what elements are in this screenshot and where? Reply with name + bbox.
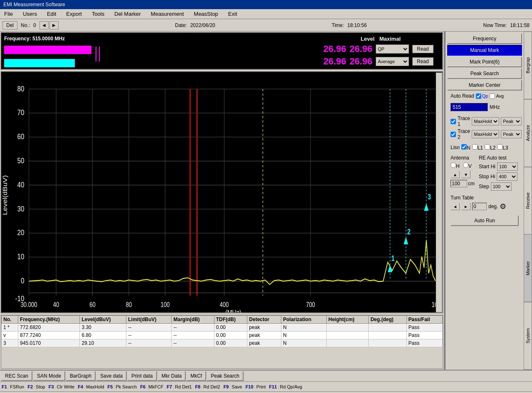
svg-text:60: 60 xyxy=(17,132,25,141)
spectrum-chart[interactable]: 80 70 60 50 40 30 20 10 0 -10 Level(dBuV… xyxy=(1,71,443,313)
trace1-type-select[interactable]: Peak Average xyxy=(501,117,522,125)
tab-marker[interactable]: Marker xyxy=(524,234,532,302)
data-table: No. Frequency.(MHz) Level(dBuV) Limit(dB… xyxy=(1,315,443,347)
antenna-h-radio[interactable] xyxy=(451,162,456,168)
lisn-n-check[interactable] xyxy=(461,144,467,150)
fkey-f4[interactable]: F4:MaxHold xyxy=(78,384,104,389)
lisn-section: Lisn N L1 L2 L3 xyxy=(447,142,522,152)
tab-bargrap[interactable]: Bargrap xyxy=(524,32,532,99)
mkr-data-button[interactable]: Mkr Data xyxy=(158,371,186,381)
trace2-mode-select[interactable]: MaxHold Normal xyxy=(472,130,499,138)
peak-search-btn[interactable]: Peak Search xyxy=(207,371,244,381)
col-height: Height(cm) xyxy=(327,316,369,324)
lisn-l1-check[interactable] xyxy=(472,144,478,150)
save-data-button[interactable]: Save data xyxy=(96,371,127,381)
trace2-type-select[interactable]: Peak Average xyxy=(501,130,522,138)
menu-tools[interactable]: Tools xyxy=(89,10,107,18)
peak-search-button[interactable]: Peak Search xyxy=(447,68,522,79)
marker-center-button[interactable]: Marker Center xyxy=(447,80,522,91)
svg-text:10: 10 xyxy=(17,252,25,261)
antenna-up-btn[interactable]: ▲ xyxy=(451,171,460,178)
antenna-section: Antenna H V ▲ ▼ cm RE Auto test xyxy=(447,153,522,192)
freq-input[interactable] xyxy=(451,103,488,111)
antenna-v-radio[interactable] xyxy=(463,162,468,168)
svg-text:Level(dBuV): Level(dBuV) xyxy=(2,175,8,215)
svg-text:30: 30 xyxy=(17,204,25,213)
mark-point-button[interactable]: Mark Point(6) xyxy=(447,56,522,67)
auto-read-qp-check[interactable] xyxy=(476,93,481,99)
toolbar: Del No.: 0 ◀ ▶ Date: 2022/06/20 Time: 18… xyxy=(0,19,532,32)
manual-mark-button[interactable]: Manual Mark xyxy=(447,45,522,56)
san-mode-button[interactable]: SAN Mode xyxy=(33,371,65,381)
menu-exit[interactable]: Exit xyxy=(226,10,240,18)
detector2-select[interactable]: Average QP xyxy=(376,57,409,66)
tab-receive[interactable]: Receive xyxy=(524,167,532,235)
chart-scrollbar[interactable] xyxy=(436,72,442,312)
read1-button[interactable]: Read xyxy=(412,45,433,53)
tt-left-btn[interactable]: ◄ xyxy=(451,203,460,210)
auto-read-avg-check[interactable] xyxy=(490,93,495,99)
table-row[interactable]: 1 *772.68203.30----0.00peakNPass xyxy=(2,324,443,332)
antenna-cm-input[interactable] xyxy=(451,180,467,187)
table-row[interactable]: 3945.017029.10----0.00peakNPass xyxy=(2,339,443,347)
tab-system[interactable]: System xyxy=(524,302,532,370)
auto-read-qp-label[interactable]: Qp xyxy=(476,93,488,99)
auto-run-button[interactable]: Auto Run xyxy=(451,215,519,226)
nav-next[interactable]: ▶ xyxy=(49,21,59,29)
tt-right-btn[interactable]: ► xyxy=(461,203,470,210)
fkey-f11[interactable]: F11:Rd Qp/Avg xyxy=(269,384,302,389)
rec-scan-button[interactable]: REC Scan xyxy=(1,371,32,381)
fkey-f3[interactable]: F3:Clr Write xyxy=(49,384,74,389)
antenna-h-label[interactable]: H xyxy=(451,162,460,169)
menu-del-marker[interactable]: Del Marker xyxy=(112,10,143,18)
fkey-f8[interactable]: F8:Rd Det2 xyxy=(195,384,220,389)
trace1-check[interactable] xyxy=(451,119,456,124)
read2-button[interactable]: Read xyxy=(412,57,433,66)
menu-measurement[interactable]: Measurement xyxy=(148,10,186,18)
mkcf-button[interactable]: MkCf xyxy=(186,371,206,381)
fkey-f7[interactable]: F7:Rd Det1 xyxy=(167,384,192,389)
del-button[interactable]: Del xyxy=(2,21,17,29)
menu-file[interactable]: File xyxy=(2,10,15,18)
fkey-f6[interactable]: F6:MkFCF xyxy=(140,384,163,389)
cell-5: 0.00 xyxy=(214,324,247,332)
fkey-f2[interactable]: F2:Stop xyxy=(27,384,45,389)
date-label: Date: xyxy=(175,22,187,28)
fkey-f10[interactable]: F10:Print xyxy=(246,384,266,389)
auto-read-avg-label[interactable]: Avg xyxy=(490,93,504,99)
lisn-l2-label[interactable]: L2 xyxy=(485,144,495,151)
frequency-button[interactable]: Frequency xyxy=(447,33,522,44)
print-data-button[interactable]: Print data xyxy=(127,371,157,381)
trace2-check[interactable] xyxy=(451,132,456,137)
tt-deg-input[interactable] xyxy=(472,203,487,210)
tt-icon[interactable]: ⚙ xyxy=(500,202,506,211)
bargraph-button[interactable]: BarGraph xyxy=(66,371,96,381)
step-select[interactable]: 100 50 xyxy=(491,182,512,191)
fkey-label-f9: Save xyxy=(232,384,242,389)
table-row[interactable]: v877.72406.80----0.00peakNPass xyxy=(2,332,443,339)
menu-users[interactable]: Users xyxy=(20,10,39,18)
menu-export[interactable]: Export xyxy=(64,10,84,18)
lisn-l2-check[interactable] xyxy=(485,144,490,150)
turntable-section: Turn Table ◄ ► deg. ⚙ xyxy=(447,193,522,213)
svg-text:30.000: 30.000 xyxy=(21,301,37,308)
detector1-select[interactable]: QP Average xyxy=(376,44,409,54)
stop-hi-select[interactable]: 400 300 xyxy=(497,172,517,181)
fkey-f9[interactable]: F9:Save xyxy=(224,384,242,389)
fkey-f5[interactable]: F5:Pk Search xyxy=(108,384,137,389)
antenna-v-label[interactable]: V xyxy=(463,162,472,169)
trace1-mode-select[interactable]: MaxHold Normal xyxy=(472,117,499,125)
menu-measstop[interactable]: MeasStop xyxy=(191,10,221,18)
right-panel: Frequency Manual Mark Mark Point(6) Peak… xyxy=(445,32,532,370)
nav-prev[interactable]: ◀ xyxy=(39,21,49,29)
menu-edit[interactable]: Edit xyxy=(44,10,59,18)
lisn-l3-label[interactable]: L3 xyxy=(497,144,508,151)
lisn-l1-label[interactable]: L1 xyxy=(472,144,483,151)
antenna-down-btn[interactable]: ▼ xyxy=(461,171,470,178)
start-hi-select[interactable]: 100 200 xyxy=(497,162,518,171)
lisn-n-label[interactable]: N xyxy=(461,144,470,151)
tab-analyze[interactable]: Analyze xyxy=(524,99,532,167)
lisn-l3-check[interactable] xyxy=(497,144,502,150)
cell-7: N xyxy=(281,332,327,339)
fkey-f1[interactable]: F1:FSRun xyxy=(2,384,24,389)
